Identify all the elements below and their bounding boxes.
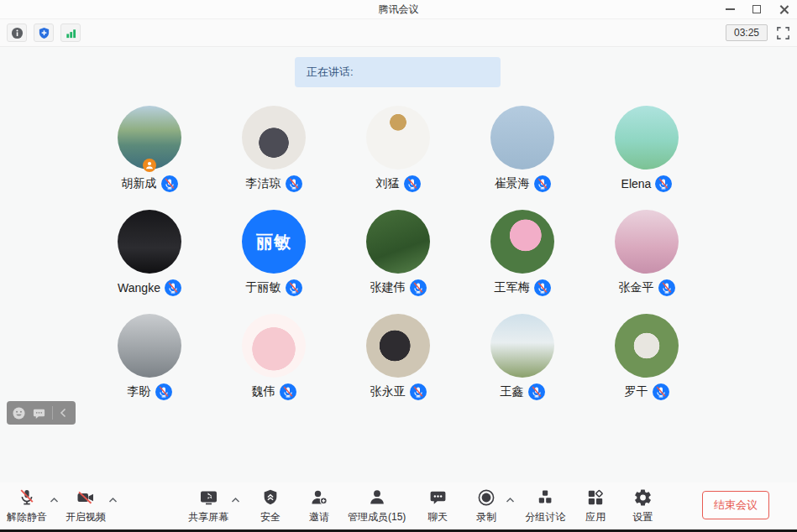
- speaking-banner: 正在讲话:: [295, 57, 501, 87]
- participant-card[interactable]: 刘猛: [336, 106, 460, 210]
- participant-name: 李洁琼: [246, 176, 281, 191]
- audio-options-chevron[interactable]: [49, 488, 59, 513]
- host-badge-icon: [143, 159, 156, 172]
- chat-label: 聊天: [427, 510, 448, 524]
- members-icon: [367, 488, 387, 508]
- avatar: [366, 210, 430, 274]
- participant-name: 张金平: [619, 280, 654, 295]
- share-screen-icon: [198, 488, 219, 508]
- avatar: [118, 210, 181, 274]
- unmute-button[interactable]: 解除静音: [5, 487, 49, 524]
- participant-name: Elena: [621, 177, 652, 190]
- mic-muted-icon: [658, 279, 675, 296]
- video-options-chevron[interactable]: [107, 488, 118, 513]
- speaking-banner-label: 正在讲话:: [307, 65, 354, 80]
- audio-group: 解除静音: [5, 487, 59, 524]
- participant-card[interactable]: 丽敏 于丽敏: [212, 210, 336, 314]
- unmute-label: 解除静音: [7, 510, 47, 524]
- participant-card[interactable]: 胡新成: [87, 106, 212, 210]
- participant-card[interactable]: 张永亚: [336, 314, 460, 418]
- mic-muted-icon: [286, 175, 302, 192]
- participant-name: 魏伟: [252, 384, 275, 399]
- mic-muted-icon: [655, 175, 672, 192]
- participant-card[interactable]: 魏伟: [212, 314, 336, 418]
- participant-card[interactable]: Elena: [585, 106, 709, 210]
- participant-name: 张永亚: [370, 384, 406, 399]
- record-options-chevron[interactable]: [505, 488, 515, 513]
- mic-muted-icon: [534, 175, 551, 192]
- manage-members-button[interactable]: 管理成员(15): [346, 487, 407, 524]
- meeting-info-button[interactable]: [7, 23, 27, 42]
- mic-muted-icon: [165, 279, 181, 296]
- settings-gear-icon: [633, 488, 653, 508]
- participant-card[interactable]: 崔景海: [460, 106, 585, 210]
- settings-label: 设置: [632, 510, 653, 524]
- camera-off-icon: [76, 488, 96, 508]
- participant-card[interactable]: 李洁琼: [212, 106, 336, 210]
- mic-muted-icon: [404, 175, 421, 192]
- start-video-label: 开启视频: [66, 510, 106, 524]
- breakout-rooms-button[interactable]: 分组讨论: [523, 487, 567, 524]
- record-icon: [476, 488, 496, 508]
- participant-card[interactable]: 张金平: [585, 210, 709, 314]
- security-button[interactable]: 安全: [252, 487, 289, 524]
- end-meeting-button[interactable]: 结束会议: [702, 491, 769, 519]
- share-options-chevron[interactable]: [230, 488, 240, 513]
- apps-button[interactable]: 应用: [577, 487, 614, 524]
- chevron-up-icon: [108, 497, 118, 503]
- participant-card[interactable]: Wangke: [87, 210, 212, 314]
- chevron-up-icon: [506, 497, 515, 503]
- participant-card[interactable]: 李盼: [87, 314, 212, 418]
- participant-card[interactable]: 罗干: [585, 314, 709, 418]
- chat-button[interactable]: 聊天: [419, 487, 456, 524]
- window-controls: [716, 0, 797, 18]
- avatar: [366, 106, 430, 170]
- close-icon: [779, 5, 789, 14]
- name-row: 张永亚: [370, 383, 427, 400]
- start-video-button[interactable]: 开启视频: [64, 487, 107, 524]
- security-shield-icon: [261, 488, 280, 508]
- mic-muted-icon: [653, 383, 669, 400]
- name-row: 于丽敏: [246, 279, 302, 296]
- video-group: 开启视频: [64, 487, 118, 524]
- meeting-timer: 03:25: [726, 24, 768, 41]
- share-screen-button[interactable]: 共享屏幕: [186, 487, 230, 524]
- settings-button[interactable]: 设置: [624, 487, 661, 524]
- name-row: 张建伟: [370, 279, 427, 296]
- manage-members-label: 管理成员(15): [348, 510, 406, 524]
- top-toolbar: 03:25: [0, 18, 797, 47]
- invite-button[interactable]: 邀请: [301, 487, 338, 524]
- participant-card[interactable]: 王军梅: [460, 210, 585, 314]
- name-row: Wangke: [118, 279, 181, 296]
- mic-muted-icon: [286, 279, 302, 296]
- record-button[interactable]: 录制: [468, 487, 505, 524]
- avatar: [490, 210, 554, 274]
- participant-name: 李盼: [128, 384, 151, 399]
- close-button[interactable]: [770, 0, 797, 18]
- network-status-button[interactable]: [60, 23, 81, 42]
- name-row: 魏伟: [252, 383, 296, 400]
- mic-muted-icon: [280, 383, 296, 400]
- avatar: [615, 210, 679, 274]
- emoji-icon[interactable]: [12, 406, 26, 420]
- participant-card[interactable]: 张建伟: [336, 210, 460, 314]
- participant-name: 于丽敏: [246, 280, 281, 295]
- minimize-button[interactable]: [716, 0, 743, 18]
- fullscreen-button[interactable]: [776, 26, 790, 40]
- participant-card[interactable]: 王鑫: [460, 314, 585, 418]
- chat-bubble-mini-icon[interactable]: [32, 406, 46, 420]
- collapse-chevron-left-icon[interactable]: [59, 408, 67, 418]
- maximize-button[interactable]: [743, 0, 770, 18]
- avatar: [118, 106, 181, 170]
- participant-name: 张建伟: [370, 280, 406, 295]
- record-group: 录制: [468, 487, 515, 524]
- chat-bubble-icon: [428, 488, 448, 508]
- avatar: [366, 314, 430, 378]
- security-label: 安全: [260, 510, 281, 524]
- meeting-security-button[interactable]: [34, 23, 54, 42]
- apps-icon: [585, 488, 606, 508]
- name-row: 罗干: [625, 383, 669, 400]
- breakout-rooms-icon: [535, 488, 555, 508]
- participant-name: Wangke: [118, 281, 160, 295]
- mic-off-icon: [17, 488, 37, 508]
